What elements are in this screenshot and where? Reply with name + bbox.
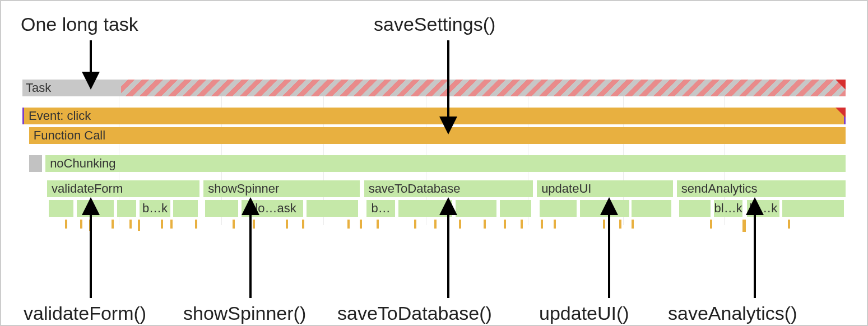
function-call-label: Function Call xyxy=(34,128,105,143)
tick-mark xyxy=(360,220,362,229)
task-bar-striped xyxy=(121,80,846,96)
tick-mark xyxy=(619,220,621,229)
tick-mark xyxy=(129,220,132,229)
flame-chart: Task Event: click Function Call noChunki… xyxy=(22,80,846,248)
annotation-updateUI: updateUI() xyxy=(539,302,629,324)
block xyxy=(49,200,73,217)
tick-mark xyxy=(80,220,82,229)
block xyxy=(632,200,671,217)
block xyxy=(77,200,114,217)
tick-mark xyxy=(603,220,605,229)
block-labeled: b…k xyxy=(140,200,171,217)
frame-label: sendAnalytics xyxy=(681,181,758,196)
block-label: b…k xyxy=(142,201,168,216)
tick-mark xyxy=(65,220,67,229)
frame-validateForm: validateForm xyxy=(47,180,199,197)
annotation-saveSettings: saveSettings() xyxy=(374,13,495,35)
block-label: b… xyxy=(372,201,391,216)
block xyxy=(117,200,136,217)
block xyxy=(540,200,577,217)
frame-label: saveToDatabase xyxy=(369,181,461,196)
tick-mark xyxy=(554,220,556,229)
tick-mark xyxy=(170,220,173,229)
block-label: blo…ask xyxy=(248,201,296,216)
nochunk-label: noChunking xyxy=(50,156,115,171)
tick-mark xyxy=(541,220,543,229)
tick-mark xyxy=(788,220,790,229)
nochunk-bar: noChunking xyxy=(45,155,846,172)
tick-mark xyxy=(89,220,91,231)
block xyxy=(782,200,844,217)
tick-mark xyxy=(484,220,486,229)
warning-triangle-icon xyxy=(835,80,846,90)
tick-mark xyxy=(742,220,746,232)
frame-sendAnalytics: sendAnalytics xyxy=(677,180,846,197)
frame-label: validateForm xyxy=(52,181,123,196)
tick-mark xyxy=(161,220,163,229)
warning-triangle-icon xyxy=(835,108,846,118)
block xyxy=(580,200,629,217)
block xyxy=(679,200,711,217)
block-labeled: b… xyxy=(366,200,395,217)
tick-mark xyxy=(286,220,288,229)
annotation-showSpinner: showSpinner() xyxy=(183,302,306,324)
tick-mark xyxy=(138,220,140,231)
function-call-bar: Function Call xyxy=(29,127,846,144)
tick-mark xyxy=(504,220,506,229)
task-label: Task xyxy=(22,80,51,96)
block-labeled: blo…ask xyxy=(242,200,303,217)
tick-mark xyxy=(195,220,197,229)
annotation-saveAnalytics: saveAnalytics() xyxy=(668,302,797,324)
tick-mark xyxy=(112,220,114,229)
tick-mark xyxy=(632,220,634,229)
tick-mark xyxy=(377,220,379,229)
frame-updateUI: updateUI xyxy=(537,180,672,197)
frame-label: updateUI xyxy=(541,181,591,196)
frame-label: showSpinner xyxy=(208,181,279,196)
tick-mark xyxy=(521,220,523,229)
block xyxy=(456,200,496,217)
annotation-saveToDatabase: saveToDatabase() xyxy=(337,302,492,324)
tick-mark xyxy=(253,220,255,229)
block xyxy=(307,200,359,217)
tick-mark xyxy=(710,220,712,229)
event-bar: Event: click xyxy=(22,108,846,124)
tick-mark xyxy=(459,220,461,229)
annotation-validateForm: validateForm() xyxy=(24,302,146,324)
tick-mark xyxy=(347,220,350,229)
frame-saveToDatabase: saveToDatabase xyxy=(364,180,533,197)
block-labeled: bl…k xyxy=(714,200,742,217)
tick-mark xyxy=(233,220,235,229)
block-label: bl…k xyxy=(714,201,742,216)
block xyxy=(173,200,198,217)
block xyxy=(398,200,452,217)
block xyxy=(205,200,238,217)
tick-mark xyxy=(302,220,304,229)
annotation-one-long-task: One long task xyxy=(21,13,138,35)
block-label: bl…k xyxy=(749,201,777,216)
event-label: Event: click xyxy=(29,109,91,123)
block-labeled: bl…k xyxy=(747,200,780,217)
nochunk-pre-bar xyxy=(29,155,43,172)
tick-mark xyxy=(434,220,437,229)
tick-mark xyxy=(414,220,416,229)
diagram-frame: Task Event: click Function Call noChunki… xyxy=(0,0,868,326)
frame-showSpinner: showSpinner xyxy=(203,180,360,197)
block xyxy=(500,200,531,217)
